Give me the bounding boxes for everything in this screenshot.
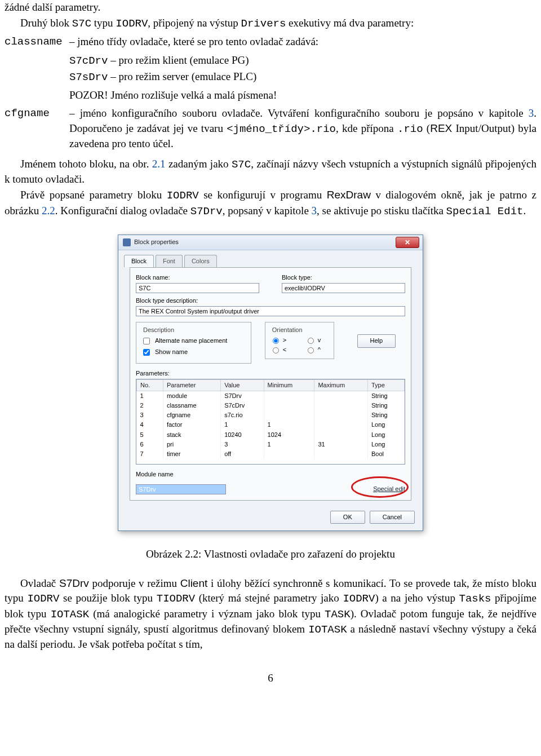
dl-item-cfgname: cfgname – jméno konfiguračního souboru o… [5, 106, 536, 151]
dialog-button-bar: OK Cancel [118, 506, 423, 530]
dialog-body: Block name: Block type: Block type descr… [130, 267, 411, 501]
ref-link[interactable]: 2.2 [42, 205, 55, 216]
code-token: S7C [72, 17, 91, 30]
th-value: Value [221, 379, 264, 391]
tab-font[interactable]: Font [156, 255, 183, 267]
table-cell: S7Drv [221, 391, 264, 401]
help-button[interactable]: Help [357, 334, 396, 347]
th-max: Maximum [314, 379, 368, 391]
input-block-type-desc[interactable] [136, 306, 405, 316]
radio-up[interactable]: ^ [305, 346, 329, 354]
text: zadaným jako [166, 158, 232, 170]
special-edit-link[interactable]: Special edit [373, 485, 405, 493]
legend-orientation: Orientation [270, 326, 305, 334]
window-title: Block properties [134, 238, 396, 246]
dl-body: – jméno konfiguračního souboru ovladače.… [69, 106, 536, 151]
radio-right[interactable]: > [270, 336, 295, 344]
table-cell [264, 449, 314, 459]
table-cell [314, 420, 368, 430]
sans-token: RexDraw [327, 189, 371, 201]
radio-down[interactable]: v [305, 336, 329, 344]
checkbox-show-name[interactable]: Show name [141, 347, 246, 357]
code-token: IOTASK [51, 608, 89, 621]
para-lead: žádné další parametry. [5, 0, 536, 15]
table-cell: 1 [264, 420, 314, 430]
input-block-type[interactable] [282, 283, 405, 293]
code-token: IODRV [116, 17, 148, 30]
table-cell: 3 [137, 410, 163, 420]
input-block-name[interactable] [136, 283, 259, 293]
table-row[interactable]: 3cfgnames7c.rioString [137, 410, 405, 420]
ok-button[interactable]: OK [330, 511, 365, 524]
subitem: S7sDrv – pro režim server (emulace PLC) [69, 69, 536, 85]
text: (má analogické parametry i význam jako b… [89, 608, 325, 620]
parameters-table[interactable]: No. Parameter Value Minimum Maximum Type… [136, 379, 405, 465]
table-cell: String [367, 410, 404, 420]
text: podporuje v režimu [89, 577, 180, 589]
ref-link[interactable]: 3 [529, 107, 534, 119]
radio-input[interactable] [273, 338, 279, 344]
fieldset-orientation: Orientation > v < ^ [265, 322, 334, 359]
table-row[interactable]: 1moduleS7DrvString [137, 391, 405, 401]
table-row[interactable]: 7timeroffBool [137, 449, 405, 459]
table-cell: 3 [221, 440, 264, 449]
text: exekutivy má dva parametry: [286, 17, 414, 29]
close-button[interactable]: ✕ [396, 237, 419, 248]
table-cell: Bool [367, 449, 404, 459]
ref-link[interactable]: 2.1 [152, 158, 166, 170]
code-token: IODRV [27, 593, 59, 605]
radio-input[interactable] [273, 347, 279, 353]
cancel-button[interactable]: Cancel [370, 511, 415, 524]
text: Jménem tohoto bloku, na obr. [20, 158, 152, 170]
para-tail: Ovladač S7Drv podporuje v režimu Client … [5, 576, 536, 652]
checkbox-input[interactable] [143, 338, 150, 344]
table-cell: classname [163, 401, 220, 410]
th-type: Type [367, 379, 404, 391]
figure-caption: Obrázek 2.2: Vlastnosti ovladače pro zař… [5, 547, 536, 562]
code-token: Special Edit [446, 205, 524, 218]
subitem: S7cDrv – pro režim klient (emulace PG) [69, 53, 536, 68]
close-icon: ✕ [405, 238, 410, 247]
table-row[interactable]: 4factor11Long [137, 420, 405, 430]
table-row[interactable]: 2classnameS7cDrvString [137, 401, 405, 410]
input-module-name[interactable] [136, 484, 226, 494]
tab-colors[interactable]: Colors [184, 255, 217, 267]
table-cell: 2 [137, 401, 163, 410]
table-cell: 5 [137, 430, 163, 440]
checkbox-alt-name[interactable]: Alternate name placement [141, 336, 246, 346]
text: typu [91, 17, 116, 29]
table-cell: module [163, 391, 220, 401]
legend-description: Description [141, 326, 176, 334]
ref-link[interactable]: 3 [312, 205, 317, 216]
fieldset-description: Description Alternate name placement Sho… [136, 322, 251, 363]
tab-block[interactable]: Block [124, 255, 154, 267]
table-cell: pri [163, 440, 220, 449]
text: , kde přípona [336, 122, 397, 134]
radio-input[interactable] [308, 347, 314, 353]
radio-left[interactable]: < [270, 346, 295, 354]
table-row[interactable]: 5stack102401024Long [137, 430, 405, 440]
definition-list: classname – jméno třídy ovladače, které … [5, 34, 536, 151]
dl-item-classname: classname – jméno třídy ovladače, které … [5, 34, 536, 104]
code-token: IOTASK [308, 624, 347, 636]
text: ( [423, 122, 431, 134]
code-token: S7cDrv [69, 55, 108, 67]
checkbox-input[interactable] [143, 349, 150, 356]
label-parameters: Parameters: [136, 369, 405, 378]
table-row[interactable]: 6pri3131Long [137, 440, 405, 449]
code-token: Tasks [459, 593, 491, 605]
text: – pro režim server (emulace PLC) [108, 70, 256, 82]
code-token: S7C [232, 158, 251, 171]
table-cell: 7 [137, 449, 163, 459]
sans-token: REX [430, 122, 452, 134]
table-cell: Long [367, 420, 404, 430]
table-cell: s7c.rio [221, 410, 264, 420]
text: žádné další parametry. [5, 1, 100, 13]
radio-input[interactable] [308, 338, 314, 344]
th-param: Parameter [163, 379, 220, 391]
table-cell [264, 401, 314, 410]
code-token: .rio [397, 123, 423, 135]
code-token: Drivers [241, 17, 286, 30]
text: , připojený na výstup [148, 17, 241, 29]
code-token: S7Drv [190, 205, 223, 218]
